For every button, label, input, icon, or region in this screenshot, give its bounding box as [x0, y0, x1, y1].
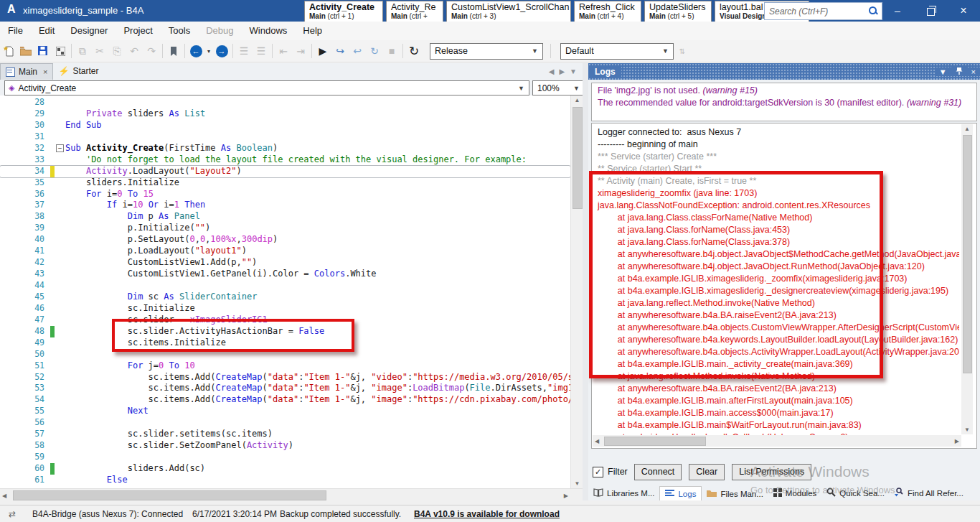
menu-tools[interactable]: Tools [161, 22, 198, 40]
code-line-33[interactable]: 33 'Do not forget to load the layout fil… [0, 154, 570, 166]
code-line-41[interactable]: 41 p.LoadLayout("layout1") [0, 246, 570, 257]
sort-icon[interactable]: ⇅ [674, 42, 691, 60]
code-line-35[interactable]: 35 sliders.Initialize [0, 177, 570, 189]
bottom-tab-logs[interactable]: Logs [659, 486, 702, 500]
scroll-up-icon[interactable]: ▲ [571, 97, 583, 103]
quick-jump-tab-UpdateSliders[interactable]: UpdateSlidersMain (ctrl + 5) [644, 1, 712, 22]
editor-zoom-dropdown[interactable]: 100% ▼ [532, 80, 584, 95]
build-configuration-dropdown[interactable]: Release ▼ [430, 43, 543, 60]
forward-icon[interactable]: → [213, 42, 230, 60]
scroll-down-icon[interactable]: ▼ [571, 480, 583, 487]
code-line-48[interactable]: 48 sc.slider.ActivityHasActionBar = Fals… [0, 326, 570, 337]
copy-icon[interactable]: ⧉ [74, 42, 91, 60]
stop-icon[interactable]: ■ [383, 42, 400, 60]
menu-edit[interactable]: Edit [31, 22, 62, 40]
close-panel-icon[interactable]: × [967, 67, 980, 76]
cut-icon[interactable]: ✂ [91, 42, 108, 60]
back-dropdown-icon[interactable]: ▾ [204, 42, 213, 60]
code-line-59[interactable]: 59 [0, 452, 570, 463]
indent-right-icon[interactable]: ⇥ [292, 42, 309, 60]
scroll-right-icon[interactable]: ▶ [564, 493, 568, 499]
indent-left-icon[interactable]: ⇤ [275, 42, 292, 60]
scroll-up-icon[interactable]: ▲ [961, 126, 973, 132]
quick-jump-tab-CustomListView1_ScrollChan[interactable]: CustomListView1_ScrollChanMain (ctrl + 3… [446, 1, 571, 22]
quick-jump-tab-Activity_Re[interactable]: Activity_ReMain (ctrl + [386, 1, 443, 22]
quick-jump-tab-Refresh_Click[interactable]: Refresh_ClickMain (ctrl + 4) [574, 1, 641, 22]
search-input[interactable] [768, 3, 865, 19]
menu-designer[interactable]: Designer [62, 22, 116, 40]
code-line-39[interactable]: 39 p.Initialize("") [0, 223, 570, 234]
resume-icon[interactable]: ↪ [331, 42, 349, 60]
filter-dropdown[interactable]: Default ▼ [560, 43, 674, 60]
code-vertical-scrollbar[interactable]: ▲ ▼ [570, 95, 583, 488]
close-button[interactable]: × [947, 0, 980, 22]
tab-main[interactable]: Main × [0, 63, 53, 80]
code-line-42[interactable]: 42 CustomListView1.Add(p,"") [0, 257, 570, 269]
bottom-tab-quick-sea-[interactable]: Quick Sea... [821, 485, 890, 500]
scroll-left-icon[interactable]: ◀ [595, 438, 599, 444]
code-horizontal-scrollbar[interactable]: ◀ ▶ [0, 488, 583, 501]
logs-panel-header[interactable]: Logs ▼ × [588, 63, 980, 80]
step-into-icon[interactable]: ↩ [349, 42, 366, 60]
sub-selector-dropdown[interactable]: ◈ Activity_Create ▼ [4, 80, 529, 95]
rebuild-icon[interactable]: ↻ [405, 42, 423, 60]
code-line-50[interactable]: 50 [0, 349, 570, 360]
code-line-56[interactable]: 56 [0, 417, 570, 429]
search-icon[interactable] [868, 6, 877, 15]
uncomment-icon[interactable]: ☰ [253, 42, 270, 60]
quick-jump-tab-Activity_Create[interactable]: Activity_CreateMain (ctrl + 1) [304, 1, 383, 22]
code-line-44[interactable]: 44 [0, 280, 570, 292]
code-line-46[interactable]: 46 sc.Initialize [0, 303, 570, 314]
scroll-left-icon[interactable]: ◀ [2, 493, 6, 499]
menu-project[interactable]: Project [116, 22, 160, 40]
code-line-60[interactable]: 60 sliders.Add(sc) [0, 463, 570, 475]
code-line-36[interactable]: 36 For i=0 To 15 [0, 189, 570, 200]
update-download-link[interactable]: B4A v10.9 is available for download [414, 509, 560, 519]
code-line-31[interactable]: 31 [0, 131, 570, 143]
code-line-51[interactable]: 51 For j=0 To 10 [0, 360, 570, 372]
run-icon[interactable]: ▶ [314, 42, 331, 60]
pane-splitter[interactable] [583, 63, 588, 500]
code-line-49[interactable]: 49 sc.items.Initialize [0, 337, 570, 349]
open-project-icon[interactable] [17, 42, 34, 60]
code-line-58[interactable]: 58 sc.slider.SetZoomPanel(Activity) [0, 440, 570, 452]
connect-button[interactable]: Connect [634, 464, 682, 480]
bottom-tab-files-man-[interactable]: Files Man... [702, 487, 768, 500]
pin-icon[interactable] [951, 67, 967, 76]
code-editor[interactable]: 2829 Private sliders As List30End Sub313… [0, 95, 570, 488]
code-line-38[interactable]: 38 Dim p As Panel [0, 211, 570, 223]
code-line-57[interactable]: 57 sc.slider.setitems(sc.items) [0, 429, 570, 440]
bookmark-icon[interactable] [165, 42, 182, 60]
new-file-icon[interactable] [0, 42, 17, 60]
menu-help[interactable]: Help [295, 22, 330, 40]
bottom-tab-find-all-refer-[interactable]: Find All Refer... [890, 485, 969, 500]
scroll-right-icon[interactable]: ▶ [955, 438, 959, 444]
comment-icon[interactable]: ☰ [235, 42, 253, 60]
list-permissions-button[interactable]: List Permissions [732, 464, 811, 480]
log-vertical-scrollbar[interactable]: ▲ ▼ [961, 124, 973, 434]
warnings-box[interactable]: File 'img2.jpg' is not used. (warning #1… [591, 83, 977, 121]
code-line-40[interactable]: 40 p.SetLayout(0,0,100%x,300dip) [0, 234, 570, 246]
code-line-54[interactable]: 54 sc.items.Add(CreateMap("data":"Item 1… [0, 394, 570, 406]
code-line-32[interactable]: 32−Sub Activity_Create(FirstTime As Bool… [0, 143, 570, 154]
redo-icon[interactable]: ↷ [143, 42, 160, 60]
fold-collapse-icon[interactable]: − [55, 143, 65, 154]
code-line-55[interactable]: 55 Next [0, 406, 570, 417]
scroll-tabs-right-icon[interactable]: ▶ [559, 67, 565, 75]
scroll-tabs-left-icon[interactable]: ◀ [549, 67, 555, 75]
code-line-28[interactable]: 28 [0, 97, 570, 108]
maximize-button[interactable] [914, 0, 947, 22]
save-icon[interactable] [34, 42, 52, 60]
log-output-box[interactable]: Logger connected to: asus Nexus 7-------… [591, 123, 977, 449]
filter-checkbox[interactable]: ✓ [593, 467, 603, 477]
menu-debug[interactable]: Debug [198, 22, 241, 40]
code-line-53[interactable]: 53 sc.items.Add(CreateMap("data":"Item 1… [0, 383, 570, 394]
code-line-29[interactable]: 29 Private sliders As List [0, 108, 570, 120]
scroll-down-icon[interactable]: ▼ [961, 427, 973, 433]
menu-windows[interactable]: Windows [242, 22, 296, 40]
code-line-37[interactable]: 37 If i=10 Or i=1 Then [0, 200, 570, 211]
bottom-tab-libraries-m-[interactable]: Libraries M... [588, 486, 659, 500]
panel-menu-icon[interactable]: ▼ [935, 67, 951, 76]
code-line-45[interactable]: 45 Dim sc As SliderContainer [0, 292, 570, 303]
code-line-61[interactable]: 61 Else [0, 475, 570, 486]
